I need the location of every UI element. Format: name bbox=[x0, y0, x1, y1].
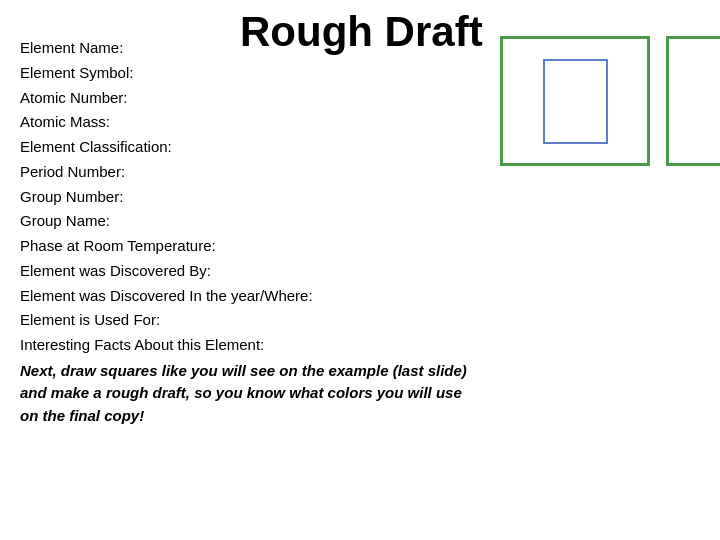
phase-label: Phase at Room Temperature: bbox=[20, 234, 480, 259]
atomic-mass-label: Atomic Mass: bbox=[20, 110, 480, 135]
page-title: Rough Draft bbox=[240, 8, 483, 56]
page: Rough Draft Element Name: Element Symbol… bbox=[0, 0, 720, 540]
content-area: Element Name: Element Symbol: Atomic Num… bbox=[20, 26, 700, 427]
discovered-by-label: Element was Discovered By: bbox=[20, 259, 480, 284]
group-number-label: Group Number: bbox=[20, 185, 480, 210]
right-column bbox=[500, 26, 720, 427]
element-classification-label: Element Classification: bbox=[20, 135, 480, 160]
box-with-inner bbox=[500, 36, 650, 166]
period-number-label: Period Number: bbox=[20, 160, 480, 185]
left-column: Element Name: Element Symbol: Atomic Num… bbox=[20, 26, 480, 427]
atomic-number-label: Atomic Number: bbox=[20, 86, 480, 111]
interesting-facts-label: Interesting Facts About this Element: bbox=[20, 333, 480, 358]
plain-box bbox=[666, 36, 720, 166]
element-symbol-label: Element Symbol: bbox=[20, 61, 480, 86]
discovered-when-label: Element was Discovered In the year/Where… bbox=[20, 284, 480, 309]
italic-note: Next, draw squares like you will see on … bbox=[20, 360, 480, 428]
inner-box bbox=[543, 59, 608, 144]
used-for-label: Element is Used For: bbox=[20, 308, 480, 333]
group-name-label: Group Name: bbox=[20, 209, 480, 234]
